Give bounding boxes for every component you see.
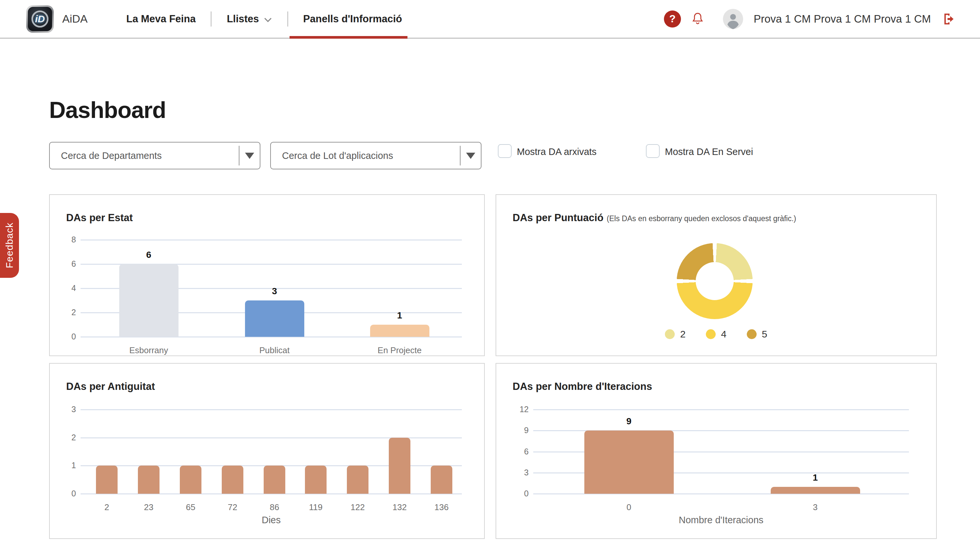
chart-bar [771,487,860,494]
nav-item-label: La Meva Feina [126,13,195,25]
gridline [80,409,462,410]
logout-icon[interactable] [942,12,956,26]
show-in-service-label: Mostra DA En Servei [665,146,753,158]
bar-chart-iteracions: 0369120931Nombre d'Iteracions [496,364,936,538]
gridline [80,239,462,241]
card-title: DAs per Puntuació(Els DAs en esborrany q… [512,212,796,224]
y-tick-label: 1 [53,460,76,470]
x-tick-label: En Projecte [370,345,429,356]
x-tick-label: 0 [599,502,658,512]
user-name[interactable]: Prova 1 CM Prova 1 CM Prova 1 CM [754,13,931,25]
brand-name: AiDA [62,13,88,25]
dropdown-arrow-button[interactable] [239,153,260,159]
show-archived-label: Mostra DA arxivats [517,146,596,158]
legend-dot-icon [665,329,675,339]
nav-divider [287,11,288,27]
chart-bar [389,438,410,494]
y-tick-label: 0 [53,489,76,498]
nav-item-label: Panells d'Informació [303,13,402,25]
card-das-per-nombre-iteracions: DAs per Nombre d'Iteracions 0369120931No… [496,363,937,539]
chart-bar [119,264,178,337]
avatar[interactable] [723,9,743,29]
nav-item-label: Llistes [227,13,259,25]
donut-legend: 245 [496,329,936,340]
y-tick-label: 8 [53,235,76,244]
y-tick-label: 2 [53,308,76,317]
chevron-down-icon [264,17,272,22]
departments-select[interactable]: Cerca de Departaments [49,142,260,169]
y-tick-label: 12 [506,404,528,414]
bar-value-label: 1 [370,310,429,321]
bell-icon[interactable] [690,11,705,27]
y-tick-label: 0 [506,489,528,498]
x-tick-label: 3 [786,502,845,512]
chart-bar [138,465,160,494]
x-axis-title: Dies [206,515,337,526]
top-nav: iD AiDA La Meva Feina Llistes Panells d'… [0,0,980,38]
bar-value-label: 3 [245,286,304,297]
y-tick-label: 2 [53,433,76,442]
bar-chart-estat: 02468Esborrany6Publicat3En Projecte1 [50,195,484,356]
donut-chart-puntuacio [677,243,753,319]
nav-item-panells-informacio[interactable]: Panells d'Informació [303,0,402,38]
chart-bar [431,465,452,494]
nav-item-la-meva-feina[interactable]: La Meva Feina [126,0,195,38]
legend-item: 5 [747,329,767,340]
card-das-per-estat: DAs per Estat 02468Esborrany6Publicat3En… [49,194,485,356]
chart-bar [305,465,327,494]
card-das-per-antiguitat: DAs per Antiguitat 012322365728611912213… [49,363,485,539]
app-logo-icon: iD [28,7,52,31]
x-tick-label: Esborrany [119,345,178,356]
dropdown-arrow-button[interactable] [461,153,481,159]
bar-value-label: 1 [786,472,845,483]
x-tick-label: Publicat [245,345,304,356]
person-icon [723,9,743,29]
y-tick-label: 4 [53,283,76,293]
show-in-service-checkbox[interactable] [646,144,660,158]
triangle-down-icon [466,153,475,159]
logo-monogram: iD [35,13,45,24]
bar-value-label: 6 [119,250,178,260]
main-content: Dashboard Cerca de Departaments Cerca de… [0,38,980,555]
card-title-text: DAs per Puntuació [512,212,603,223]
y-tick-label: 6 [53,259,76,269]
show-archived-checkbox[interactable] [498,144,512,158]
chart-bar [245,300,304,337]
chart-bar [347,465,368,494]
chart-bar [180,465,202,494]
legend-item: 4 [706,329,727,340]
x-tick-label: 136 [412,502,471,512]
card-das-per-puntuacio: DAs per Puntuació(Els DAs en esborrany q… [496,194,937,356]
nav-left-group: iD AiDA La Meva Feina Llistes Panells d'… [0,0,664,38]
lots-select-placeholder: Cerca de Lot d'aplicacions [271,151,460,161]
legend-dot-icon [747,329,757,339]
lots-select[interactable]: Cerca de Lot d'aplicacions [270,142,482,169]
departments-select-placeholder: Cerca de Departaments [50,151,239,161]
triangle-down-icon [245,153,254,159]
app-logo[interactable]: iD [26,5,54,33]
y-tick-label: 6 [506,447,528,456]
bar-value-label: 9 [599,416,658,427]
chart-bar [584,430,674,494]
bar-chart-antiguitat: 0123223657286119122132136Dies [50,364,484,538]
y-tick-label: 3 [53,404,76,414]
gridline [533,409,909,410]
legend-dot-icon [706,329,716,339]
x-axis-title: Nombre d'Iteracions [656,515,787,526]
page-title: Dashboard [49,97,166,123]
chart-bar [96,465,118,494]
nav-right-group: ? Prova 1 CM Prova 1 CM Prova 1 CM [664,0,980,38]
nav-item-llistes[interactable]: Llistes [227,0,272,38]
chart-bar [222,465,243,494]
chart-bar [370,325,429,337]
y-tick-label: 0 [53,332,76,342]
nav-divider [211,11,211,27]
legend-item: 2 [665,329,685,340]
help-icon[interactable]: ? [664,11,681,27]
legend-label: 4 [721,329,727,340]
chart-bar [264,465,285,494]
legend-label: 2 [680,329,685,340]
card-subtitle: (Els DAs en esborrany queden exclosos d'… [607,214,796,223]
y-tick-label: 3 [506,468,528,477]
y-tick-label: 9 [506,425,528,435]
